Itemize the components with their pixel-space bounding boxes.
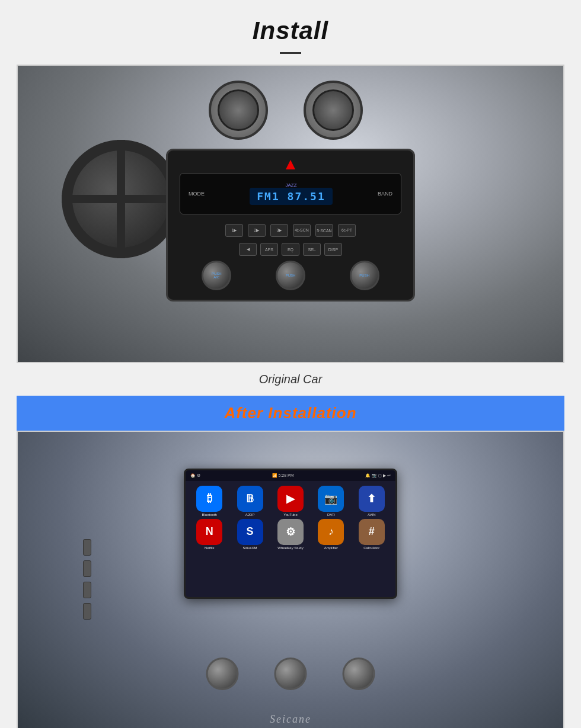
vent-left-inner [218, 89, 259, 131]
app-icon-label-9: Calculator [363, 546, 379, 550]
app-icon-label-3: DVR [327, 513, 335, 517]
knob-right: PUSH [350, 261, 379, 290]
app-icon-img-9: # [359, 519, 385, 545]
radio-preset-row: 1▶ 2▶ 3▶ 4▷SCN 5·SCAN 6▷PT [180, 220, 401, 240]
app-icon-img-2: ▶ [277, 486, 304, 512]
knob-row: PUSHA/C PUSH PUSH [180, 261, 401, 290]
radio-mode-label: MODE [189, 191, 205, 197]
steering-wheel [62, 140, 180, 258]
original-car-label: Original Car [17, 363, 564, 396]
app-icon-img-7: ⚙ [277, 519, 304, 545]
side-btn-1 [83, 539, 91, 556]
status-bar-right: 🔔 📷 ◻ ▶ ↩ [365, 473, 391, 478]
app-icon-siriusxm[interactable]: SSiriusXM [231, 519, 269, 550]
app-icon-label-4: AVIN [368, 513, 376, 517]
app-icon-bluetooth[interactable]: ₿Bluetooth [190, 486, 228, 517]
app-icon-wheelkey-study[interactable]: ⚙Wheelkey Study [272, 519, 309, 550]
bottom-knobs-after [206, 658, 375, 690]
app-icon-label-0: Bluetooth [202, 513, 217, 517]
knob-ac-label: PUSHA/C [212, 272, 222, 279]
side-btn-2 [83, 560, 91, 577]
page-title: Install [0, 17, 581, 45]
secondary-buttons-row: ◀ APS EQ SEL DISP [180, 243, 401, 256]
app-icon-a2dp[interactable]: 𝔹A2DP [231, 486, 269, 517]
after-installation-text: After Installation [224, 404, 356, 422]
btn-eq: EQ [282, 243, 299, 256]
status-bar-center: 📶 5:28 PM [272, 473, 294, 478]
hazard-button [286, 160, 295, 169]
app-icon-img-0: ₿ [196, 486, 222, 512]
status-bar-left: 🏠 ⚙ [190, 473, 200, 478]
app-icon-img-6: S [237, 519, 263, 545]
side-btn-3 [83, 582, 91, 598]
knob-ac: PUSHA/C [202, 261, 231, 290]
after-knob-middle [274, 658, 307, 690]
radio-jazz-label: JAZZ [250, 182, 333, 188]
app-icon-img-8: ♪ [318, 519, 344, 545]
android-status-bar: 🏠 ⚙ 📶 5:28 PM 🔔 📷 ◻ ▶ ↩ [186, 470, 395, 481]
radio-band-label: BAND [378, 191, 392, 197]
app-icon-amplifier[interactable]: ♪Amplifier [312, 519, 350, 550]
preset-4: 4▷SCN [293, 224, 311, 237]
knob-right-label: PUSH [359, 274, 369, 277]
radio-unit: MODE JAZZ FM1 87.51 BAND [180, 173, 401, 214]
preset-6: 6▷PT [338, 224, 356, 237]
original-car-image-wrapper: MODE JAZZ FM1 87.51 BAND 1▶ 2▶ 3▶ 4▷SCN … [17, 65, 564, 363]
seicane-watermark: Seicane [270, 713, 311, 726]
app-icon-label-7: Wheelkey Study [277, 546, 303, 550]
title-section: Install [0, 0, 581, 65]
btn-disp: DISP [324, 243, 342, 256]
preset-1: 1▶ [225, 224, 243, 237]
after-installation-image: 🏠 ⚙ 📶 5:28 PM 🔔 📷 ◻ ▶ ↩ ₿Bluetooth𝔹A2DP▶… [17, 431, 564, 728]
preset-2: 2▶ [248, 224, 266, 237]
android-head-unit-screen: 🏠 ⚙ 📶 5:28 PM 🔔 📷 ◻ ▶ ↩ ₿Bluetooth𝔹A2DP▶… [184, 469, 397, 599]
app-icon-label-2: YouTube [283, 513, 298, 517]
android-apps-grid: ₿Bluetooth𝔹A2DP▶YouTube📷DVR⬆AVINNNetflix… [186, 481, 395, 554]
app-icon-label-6: SiriusXM [243, 546, 257, 550]
after-installation-banner: After Installation [17, 396, 564, 431]
preset-5: 5·SCAN [315, 224, 333, 237]
center-console: MODE JAZZ FM1 87.51 BAND 1▶ 2▶ 3▶ 4▷SCN … [166, 149, 415, 302]
after-installation-section: 🏠 ⚙ 📶 5:28 PM 🔔 📷 ◻ ▶ ↩ ₿Bluetooth𝔹A2DP▶… [0, 431, 581, 728]
after-knob-ac [206, 658, 239, 690]
vent-right [304, 81, 363, 140]
btn-aps: APS [260, 243, 278, 256]
original-car-section: MODE JAZZ FM1 87.51 BAND 1▶ 2▶ 3▶ 4▷SCN … [0, 65, 581, 396]
app-icon-img-1: 𝔹 [237, 486, 263, 512]
app-icon-avin[interactable]: ⬆AVIN [353, 486, 391, 517]
top-vents [209, 81, 363, 140]
radio-frequency-display: FM1 87.51 [250, 188, 333, 205]
vent-left [209, 81, 268, 140]
app-icon-img-4: ⬆ [359, 486, 385, 512]
btn-prev: ◀ [239, 243, 257, 256]
app-icon-label-5: Netflix [205, 546, 215, 550]
app-icon-label-1: A2DP [245, 513, 255, 517]
preset-3: 3▶ [270, 224, 288, 237]
btn-sel: SEL [303, 243, 321, 256]
knob-middle-label: PUSH [286, 274, 296, 277]
original-car-image: MODE JAZZ FM1 87.51 BAND 1▶ 2▶ 3▶ 4▷SCN … [18, 66, 563, 362]
side-btn-4 [83, 603, 91, 620]
app-icon-img-3: 📷 [318, 486, 344, 512]
app-icon-calculator[interactable]: #Calculator [353, 519, 391, 550]
radio-display-area: JAZZ FM1 87.51 [250, 182, 333, 205]
vent-right-inner [312, 89, 354, 131]
app-icon-netflix[interactable]: NNetflix [190, 519, 228, 550]
side-buttons-left [83, 539, 91, 620]
page-container: Install [0, 0, 581, 728]
app-icon-label-8: Amplifier [324, 546, 338, 550]
knob-middle: PUSH [276, 261, 305, 290]
app-icon-img-5: N [196, 519, 222, 545]
after-knob-right [343, 658, 375, 690]
app-icon-youtube[interactable]: ▶YouTube [272, 486, 309, 517]
title-divider [280, 52, 301, 54]
app-icon-dvr[interactable]: 📷DVR [312, 486, 350, 517]
